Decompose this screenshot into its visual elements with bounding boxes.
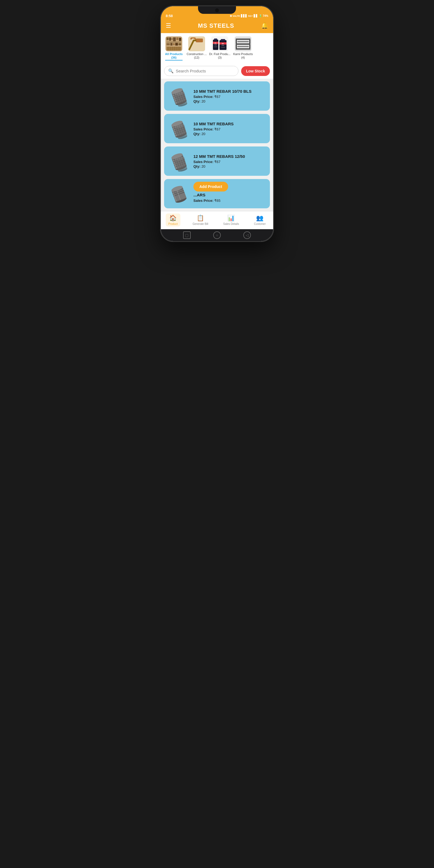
nav-sales-label: Sales Details [223, 222, 239, 225]
svg-rect-40 [236, 48, 250, 50]
main-content: All Products(36) [161, 33, 273, 211]
bill-icon: 📋 [197, 215, 204, 222]
svg-rect-45 [237, 41, 249, 42]
search-box[interactable]: 🔍 [164, 66, 239, 76]
category-drfixit-label: Dr. Fixit Produ...(3) [209, 52, 230, 59]
hamburger-icon[interactable]: ☰ [166, 22, 171, 29]
category-construction-label: Construction ...(12) [187, 52, 207, 59]
search-row: 🔍 Low Stock [161, 63, 273, 79]
svg-rect-3 [172, 38, 173, 40]
svg-text:DR.: DR. [215, 42, 217, 44]
nav-customer[interactable]: 👥 Customer [251, 214, 268, 226]
svg-text:LIQUID: LIQUID [214, 46, 218, 48]
camera-notch [215, 8, 219, 12]
product-price-3: Sales Price: ₹67 [193, 160, 266, 164]
gesture-square[interactable]: ▢ [183, 231, 191, 239]
customer-icon: 👥 [256, 215, 264, 222]
low-stock-button[interactable]: Low Stock [241, 66, 270, 76]
category-all-products-image [165, 36, 182, 51]
nav-customer-label: Customer [254, 222, 266, 225]
category-construction[interactable]: Construction ...(12) [186, 36, 207, 61]
status-time: 8:58 [166, 14, 173, 18]
battery-icon: 🔋 [259, 14, 262, 18]
product-name-4: ...ARS [193, 193, 205, 197]
category-all-products-label: All Products(36) [165, 52, 183, 61]
search-input[interactable] [176, 69, 235, 73]
nav-generate-bill[interactable]: 📋 Generate Bill [190, 214, 211, 226]
svg-text:DR.: DR. [222, 43, 224, 44]
svg-text:POWDER: POWDER [221, 47, 225, 48]
svg-rect-32 [221, 39, 225, 41]
bottom-nav: 🏠 Product 📋 Generate Bill 📊 Sales Detail… [161, 211, 273, 229]
product-price-1: Sales Price: ₹67 [193, 95, 266, 99]
svg-rect-1 [166, 37, 169, 40]
svg-rect-21 [196, 38, 203, 42]
svg-rect-22 [194, 40, 196, 41]
product-name-3: 12 MM TMT REBARS 12/50 [193, 154, 266, 159]
svg-rect-10 [173, 43, 175, 45]
product-qty-2: Qty: 20 [193, 132, 266, 136]
svg-rect-7 [166, 42, 181, 42]
svg-text:FIXIT: FIXIT [215, 44, 217, 45]
product-card-2[interactable]: 10 MM TMT REBARS Sales Price: ₹67 Qty: 2… [164, 114, 270, 143]
svg-rect-11 [175, 43, 178, 45]
svg-rect-43 [236, 45, 237, 48]
svg-text:FIXIT: FIXIT [222, 45, 225, 46]
product-image-2 [168, 118, 190, 140]
svg-rect-12 [179, 43, 181, 45]
product-info-3: 12 MM TMT REBARS 12/50 Sales Price: ₹67 … [193, 154, 266, 168]
category-construction-image [188, 36, 205, 51]
gesture-home[interactable]: ○ [213, 231, 221, 239]
search-icon: 🔍 [168, 68, 174, 73]
app-header: ☰ MS STEELS 🔔 [161, 20, 273, 33]
add-product-button[interactable]: Add Product [193, 182, 228, 191]
volte-icon: VoLTE [233, 14, 240, 18]
product-list: 10 MM TMT REBAR 10/70 BLS Sales Price: ₹… [161, 79, 273, 211]
category-karni[interactable]: Karni Products(4) [233, 36, 253, 61]
home-icon: 🏠 [169, 215, 177, 222]
svg-rect-8 [166, 43, 170, 45]
svg-rect-41 [236, 40, 237, 43]
signal-icon: ▋▋▋ [241, 14, 247, 18]
svg-rect-9 [170, 43, 173, 45]
signal2-icon: ▋▋ [254, 14, 258, 18]
svg-rect-44 [249, 45, 250, 48]
svg-rect-6 [179, 38, 181, 41]
svg-rect-38 [236, 38, 250, 40]
app-title: MS STEELS [198, 22, 235, 29]
category-karni-image [235, 36, 251, 51]
svg-rect-39 [236, 43, 250, 45]
category-all-products[interactable]: All Products(36) [163, 36, 184, 61]
product-image-1 [168, 85, 190, 107]
product-card-1[interactable]: 10 MM TMT REBAR 10/70 BLS Sales Price: ₹… [164, 82, 270, 111]
nav-bill-label: Generate Bill [193, 222, 208, 225]
phone-shell: 8:58 ⊕ VoLTE ▋▋▋ 5G+ ▋▋ 🔋 74% ☰ MS STEEL… [160, 5, 274, 242]
categories-row: All Products(36) [161, 33, 273, 63]
product-image-3 [168, 150, 190, 172]
nav-product-label: Product [168, 222, 178, 225]
product-card-3[interactable]: 12 MM TMT REBARS 12/50 Sales Price: ₹67 … [164, 147, 270, 176]
product-card-4[interactable]: Add Product ...ARS Sales Price: ₹65 [164, 179, 270, 208]
status-icons: ⊕ VoLTE ▋▋▋ 5G+ ▋▋ 🔋 74% [230, 14, 268, 18]
svg-rect-2 [169, 37, 171, 41]
product-info-2: 10 MM TMT REBARS Sales Price: ₹67 Qty: 2… [193, 122, 266, 136]
5g-icon: 5G+ [248, 14, 253, 18]
battery-pct: 74% [263, 14, 268, 18]
product-name-1: 10 MM TMT REBAR 10/70 BLS [193, 89, 266, 94]
svg-rect-42 [249, 40, 250, 43]
chart-icon: 📊 [227, 215, 235, 222]
product-price-2: Sales Price: ₹67 [193, 127, 266, 131]
svg-rect-5 [176, 37, 179, 40]
link-icon: ⊕ [230, 14, 232, 18]
nav-sales-details[interactable]: 📊 Sales Details [220, 214, 242, 226]
category-drfixit[interactable]: DR. FIXIT LIQUID DR. FIXIT POWDER [209, 36, 230, 61]
svg-rect-26 [214, 38, 217, 40]
bell-icon[interactable]: 🔔 [261, 22, 268, 29]
product-info-4: Add Product ...ARS Sales Price: ₹65 [193, 184, 266, 203]
gesture-back[interactable]: ◁ [243, 231, 251, 239]
svg-rect-46 [237, 46, 249, 47]
product-price-4: Sales Price: ₹65 [193, 198, 266, 203]
svg-rect-4 [173, 37, 176, 41]
nav-product[interactable]: 🏠 Product [166, 214, 180, 226]
category-karni-label: Karni Products(4) [233, 52, 253, 59]
